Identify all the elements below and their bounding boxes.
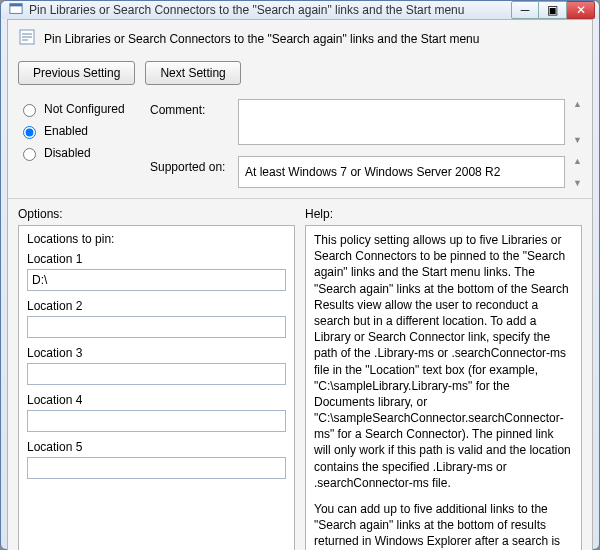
comment-input[interactable] [238, 99, 565, 145]
location-label: Location 4 [27, 393, 286, 407]
location-row: Location 2 [27, 299, 286, 338]
config-section: Not Configured Enabled Disabled Comment:… [8, 93, 592, 199]
location-label: Location 5 [27, 440, 286, 454]
radio-disabled[interactable]: Disabled [18, 145, 138, 161]
radio-label: Disabled [44, 146, 91, 160]
minimize-icon: ─ [521, 3, 530, 17]
location-3-input[interactable] [27, 363, 286, 385]
location-1-input[interactable] [27, 269, 286, 291]
help-column: Help: This policy setting allows up to f… [305, 207, 582, 550]
location-label: Location 2 [27, 299, 286, 313]
locations-group-label: Locations to pin: [27, 232, 286, 246]
svg-rect-1 [10, 3, 22, 6]
options-heading: Options: [18, 207, 295, 221]
supported-value: At least Windows 7 or Windows Server 200… [238, 156, 565, 188]
location-row: Location 3 [27, 346, 286, 385]
next-setting-button[interactable]: Next Setting [145, 61, 240, 85]
nav-row: Previous Setting Next Setting [8, 57, 592, 93]
policy-icon [18, 28, 36, 49]
location-row: Location 1 [27, 252, 286, 291]
comment-scroll[interactable]: ▲▼ [573, 99, 582, 145]
supported-scroll[interactable]: ▲▼ [573, 156, 582, 188]
previous-setting-button[interactable]: Previous Setting [18, 61, 135, 85]
window-title: Pin Libraries or Search Connectors to th… [29, 3, 511, 17]
dialog-title: Pin Libraries or Search Connectors to th… [44, 32, 479, 46]
chevron-down-icon: ▼ [573, 178, 582, 188]
close-button[interactable]: ✕ [567, 1, 595, 19]
location-2-input[interactable] [27, 316, 286, 338]
titlebar[interactable]: Pin Libraries or Search Connectors to th… [1, 1, 599, 19]
window-buttons: ─ ▣ ✕ [511, 1, 595, 19]
main-section: Options: Locations to pin: Location 1 Lo… [8, 199, 592, 550]
location-row: Location 5 [27, 440, 286, 479]
radio-enabled[interactable]: Enabled [18, 123, 138, 139]
supported-row: Supported on: At least Windows 7 or Wind… [150, 156, 582, 188]
client-area: Pin Libraries or Search Connectors to th… [7, 19, 593, 550]
radio-label: Not Configured [44, 102, 125, 116]
radio-not-configured[interactable]: Not Configured [18, 101, 138, 117]
supported-label: Supported on: [150, 156, 230, 174]
location-label: Location 1 [27, 252, 286, 266]
chevron-up-icon: ▲ [573, 99, 582, 109]
comment-row: Comment: ▲▼ [150, 99, 582, 148]
radio-disabled-input[interactable] [23, 148, 36, 161]
help-paragraph: This policy setting allows up to five Li… [314, 232, 573, 491]
maximize-icon: ▣ [547, 3, 558, 17]
chevron-up-icon: ▲ [573, 156, 582, 166]
chevron-down-icon: ▼ [573, 135, 582, 145]
help-textbox[interactable]: This policy setting allows up to five Li… [305, 225, 582, 550]
minimize-button[interactable]: ─ [511, 1, 539, 19]
location-5-input[interactable] [27, 457, 286, 479]
maximize-button[interactable]: ▣ [539, 1, 567, 19]
meta-section: Comment: ▲▼ Supported on: At least Windo… [150, 99, 582, 188]
location-4-input[interactable] [27, 410, 286, 432]
options-column: Options: Locations to pin: Location 1 Lo… [18, 207, 295, 550]
help-heading: Help: [305, 207, 582, 221]
state-radios: Not Configured Enabled Disabled [18, 99, 138, 188]
location-row: Location 4 [27, 393, 286, 432]
comment-label: Comment: [150, 99, 230, 117]
radio-label: Enabled [44, 124, 88, 138]
radio-not-configured-input[interactable] [23, 104, 36, 117]
location-label: Location 3 [27, 346, 286, 360]
dialog-header: Pin Libraries or Search Connectors to th… [8, 20, 592, 57]
close-icon: ✕ [576, 3, 586, 17]
help-paragraph: You can add up to five additional links … [314, 501, 573, 550]
dialog-window: Pin Libraries or Search Connectors to th… [0, 0, 600, 550]
app-icon [9, 2, 29, 19]
radio-enabled-input[interactable] [23, 126, 36, 139]
options-listbox[interactable]: Locations to pin: Location 1 Location 2 … [18, 225, 295, 550]
